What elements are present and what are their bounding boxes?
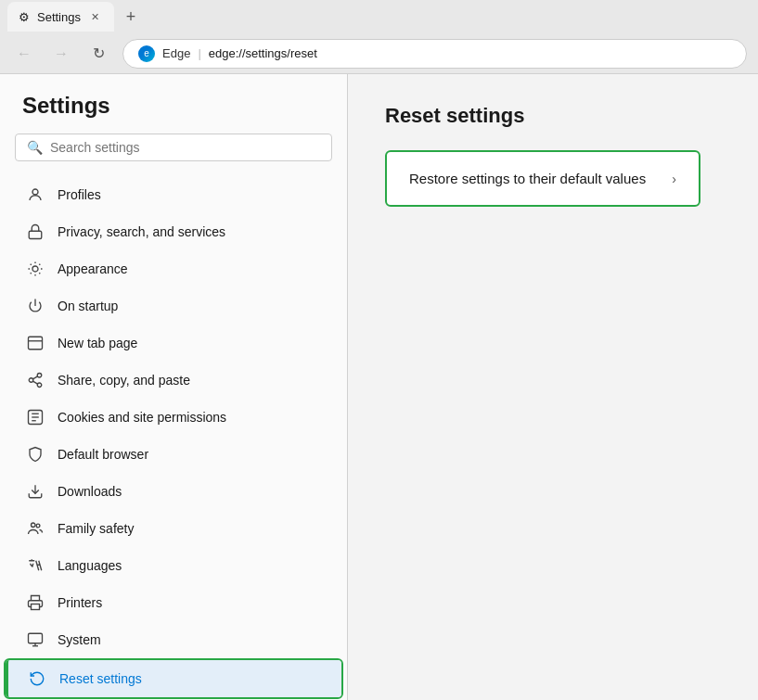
card-arrow-icon: ›: [672, 172, 676, 186]
url-text: edge://settings/reset: [209, 46, 317, 60]
sidebar-item-newtab[interactable]: New tab page: [4, 325, 343, 362]
sidebar-item-downloads[interactable]: Downloads: [4, 473, 343, 510]
sidebar-title: Settings: [0, 93, 347, 134]
content-area: Reset settings Restore settings to their…: [348, 74, 758, 700]
edge-logo-icon: e: [138, 45, 155, 62]
newtab-icon: [26, 334, 45, 352]
search-box[interactable]: 🔍: [15, 134, 332, 161]
downloads-label: Downloads: [58, 484, 122, 499]
sidebar-item-printers[interactable]: Printers: [4, 584, 343, 621]
sidebar-item-profiles[interactable]: Profiles: [4, 176, 343, 213]
cookies-icon: [26, 408, 45, 426]
sidebar-item-family[interactable]: Family safety: [4, 510, 343, 547]
sidebar-item-languages[interactable]: Languages: [4, 547, 343, 584]
startup-icon: [26, 297, 45, 315]
svg-rect-1: [29, 231, 42, 238]
system-label: System: [58, 632, 101, 647]
refresh-button[interactable]: ↻: [85, 41, 111, 67]
svg-rect-3: [29, 337, 43, 350]
sidebar-item-cookies[interactable]: Cookies and site permissions: [4, 399, 343, 436]
share-label: Share, copy, and paste: [58, 373, 190, 388]
restore-defaults-text: Restore settings to their default values: [409, 171, 646, 186]
svg-point-15: [32, 523, 36, 528]
restore-defaults-card[interactable]: Restore settings to their default values…: [385, 150, 700, 207]
active-tab[interactable]: ⚙ Settings ✕: [7, 2, 114, 32]
svg-point-0: [32, 189, 38, 195]
newtab-label: New tab page: [58, 336, 137, 350]
svg-line-8: [32, 381, 37, 384]
printers-icon: [26, 593, 45, 612]
tab-close-button[interactable]: ✕: [88, 9, 103, 24]
sidebar-item-share[interactable]: Share, copy, and paste: [4, 362, 343, 399]
appearance-label: Appearance: [58, 261, 128, 276]
svg-point-6: [29, 378, 33, 383]
reset-settings-wrapper: Reset settings: [4, 658, 343, 699]
new-tab-button[interactable]: +: [118, 4, 144, 30]
svg-rect-17: [32, 605, 40, 610]
share-icon: [26, 371, 45, 389]
system-icon: [26, 630, 45, 649]
languages-label: Languages: [58, 558, 122, 573]
profiles-label: Profiles: [58, 187, 101, 202]
sidebar-item-default-browser[interactable]: Default browser: [4, 436, 343, 473]
sidebar-item-startup[interactable]: On startup: [4, 287, 343, 325]
privacy-label: Privacy, search, and services: [58, 224, 225, 239]
forward-button[interactable]: →: [48, 41, 74, 67]
startup-label: On startup: [58, 299, 118, 313]
sidebar: Settings 🔍 Profiles Privacy, search, and…: [0, 74, 348, 700]
cookies-label: Cookies and site permissions: [58, 410, 226, 425]
appearance-icon: [26, 260, 45, 278]
svg-point-5: [37, 374, 42, 378]
search-input[interactable]: [50, 140, 320, 155]
svg-rect-18: [29, 633, 43, 643]
svg-point-2: [32, 266, 38, 272]
url-bar[interactable]: e Edge | edge://settings/reset: [122, 39, 747, 69]
printers-label: Printers: [58, 595, 102, 610]
reset-label: Reset settings: [59, 671, 142, 686]
sidebar-item-appearance[interactable]: Appearance: [4, 250, 343, 287]
svg-line-9: [32, 376, 37, 379]
languages-icon: [26, 556, 45, 575]
tab-bar: ⚙ Settings ✕ +: [0, 0, 758, 33]
back-button[interactable]: ←: [11, 41, 37, 67]
profiles-icon: [26, 185, 45, 204]
sidebar-item-privacy[interactable]: Privacy, search, and services: [4, 213, 343, 250]
privacy-icon: [26, 223, 45, 241]
family-label: Family safety: [58, 521, 134, 536]
tab-label: Settings: [37, 10, 81, 24]
edge-label: Edge: [162, 46, 190, 60]
page-title: Reset settings: [385, 104, 721, 128]
default-browser-icon: [26, 445, 45, 464]
search-icon: 🔍: [27, 140, 43, 155]
sidebar-item-system[interactable]: System: [4, 621, 343, 658]
svg-point-7: [37, 383, 42, 388]
svg-point-16: [36, 524, 40, 528]
default-browser-label: Default browser: [58, 447, 148, 462]
url-separator: |: [198, 46, 200, 60]
downloads-icon: [26, 482, 45, 501]
address-bar: ← → ↻ e Edge | edge://settings/reset: [0, 33, 758, 74]
main-container: Settings 🔍 Profiles Privacy, search, and…: [0, 74, 758, 700]
sidebar-item-reset[interactable]: Reset settings: [6, 660, 341, 697]
tab-icon: ⚙: [19, 10, 30, 24]
family-icon: [26, 519, 45, 538]
reset-icon: [28, 669, 46, 688]
